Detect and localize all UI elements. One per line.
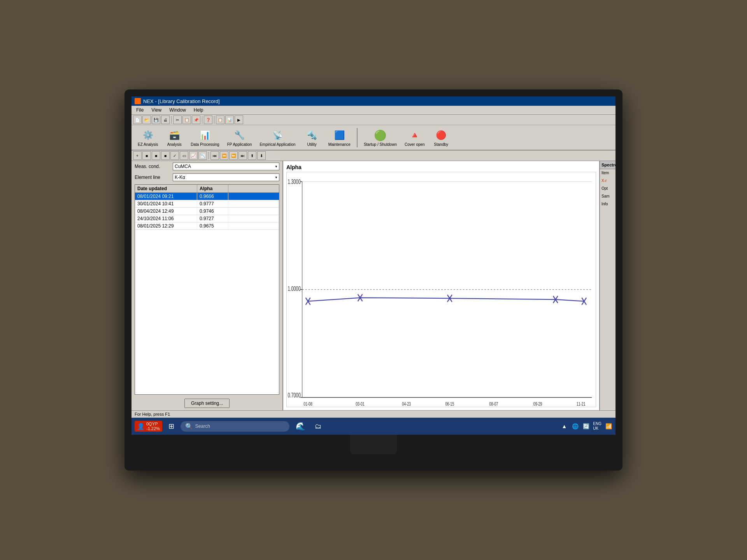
sec-nav-5[interactable]: ⬆ (248, 151, 256, 160)
table-row[interactable]: 08/01/2024 09:21 0.9666 (135, 193, 279, 200)
svg-text:09-29: 09-29 (533, 401, 542, 406)
tb-extra3[interactable]: ▶ (235, 116, 243, 124)
tb-paste[interactable]: 📌 (192, 116, 200, 124)
td-alpha: 0.9746 (197, 208, 228, 215)
tool-cover-label: Cover open (405, 142, 425, 147)
data-processing-icon: 📊 (197, 128, 213, 142)
standby-icon: 🔴 (433, 128, 449, 142)
tb-save[interactable]: 💾 (152, 116, 160, 124)
sec-btn-5[interactable]: ✓ (170, 151, 179, 160)
tool-ez-label: EZ Analysis (138, 142, 158, 147)
language-indicator: ENG UK (593, 422, 601, 431)
chart-title: Alpha (286, 164, 596, 170)
tool-util-label: Utility (307, 142, 316, 147)
tb-open[interactable]: 📂 (142, 116, 151, 124)
refresh-icon[interactable]: 🔄 (582, 422, 590, 430)
sec-btn-1[interactable]: + (133, 151, 142, 160)
tb-help[interactable]: ❓ (204, 116, 212, 124)
meas-cond-wrapper: CuMCA (173, 163, 279, 170)
wifi-icon[interactable]: 📶 (605, 422, 612, 430)
element-line-row: Element line K-Kα (132, 172, 282, 183)
tb-cut[interactable]: ✂ (173, 116, 182, 124)
table-body: 08/01/2024 09:21 0.9666 30/01/2024 10:41… (135, 193, 279, 230)
tool-cover-open[interactable]: 🔺 Cover open (402, 127, 428, 148)
svg-text:01-08: 01-08 (303, 401, 312, 406)
td-alpha: 0.9666 (197, 193, 228, 200)
right-info: Info (600, 200, 615, 208)
window-title: NEX - [Library Calibration Record] (143, 98, 220, 104)
windows-icon: ⊞ (168, 422, 174, 430)
empirical-icon: 📡 (270, 128, 286, 142)
table-row[interactable]: 30/01/2024 10:41 0.9777 (135, 200, 279, 208)
sec-nav-3[interactable]: ⏩ (229, 151, 238, 160)
sec-nav-1[interactable]: ⏮ (210, 151, 219, 160)
table-row[interactable]: 24/10/2024 11:06 0.9727 (135, 215, 279, 222)
sec-nav-4[interactable]: ⏭ (238, 151, 247, 160)
browser-icon[interactable]: 🌊 (293, 420, 309, 432)
tool-standby[interactable]: 🔴 Standby (430, 127, 453, 148)
search-input[interactable] (195, 424, 285, 429)
tb-extra1[interactable]: 📋 (216, 116, 224, 124)
menu-view[interactable]: View (150, 107, 163, 114)
td-alpha: 0.9675 (197, 222, 228, 229)
tool-fp-application[interactable]: 🔧 FP Application (224, 127, 255, 148)
table-row[interactable]: 08/01/2025 12:29 0.9675 (135, 222, 279, 230)
tb-copy[interactable]: 📋 (182, 116, 191, 124)
sec-nav-2[interactable]: ⏪ (220, 151, 228, 160)
tb-extra2[interactable]: 📊 (225, 116, 234, 124)
element-line-wrapper: K-Kα (173, 173, 279, 181)
tool-standby-label: Standby (434, 142, 448, 147)
svg-text:1.0000: 1.0000 (288, 285, 300, 292)
tool-startup-shutdown[interactable]: 🟢 Startup / Shutdown (361, 127, 400, 148)
meas-cond-row: Meas. cond. CuMCA (132, 161, 282, 172)
search-bar[interactable]: 🔍 (181, 421, 289, 432)
calibration-table: Date updated Alpha 08/01/2024 09:21 0.96… (135, 184, 279, 395)
svg-text:03-01: 03-01 (356, 401, 365, 406)
svg-text:0.7000: 0.7000 (288, 392, 300, 399)
search-icon: 🔍 (185, 423, 193, 430)
meas-cond-select[interactable]: CuMCA (173, 163, 279, 170)
ez-analysis-icon: ⚙️ (140, 128, 156, 142)
menu-window[interactable]: Window (168, 107, 188, 114)
sec-nav-6[interactable]: ⬇ (257, 151, 266, 160)
tb-print[interactable]: 🖨 (161, 116, 170, 124)
sep1 (171, 116, 172, 124)
tool-empirical[interactable]: 📡 Empirical Application (256, 127, 298, 148)
sec-sep (209, 152, 209, 159)
tool-analysis[interactable]: 🗃️ Analysis (163, 127, 186, 148)
sec-btn-2[interactable]: ■ (142, 151, 151, 160)
svg-text:04-23: 04-23 (402, 401, 411, 406)
network-icon[interactable]: ▲ (560, 422, 568, 430)
taskbar: 👤 0QYP -1.22% ⊞ 🔍 🌊 🗂 (132, 418, 615, 435)
tool-maint-label: Maintenance (328, 142, 351, 147)
menu-file[interactable]: File (135, 107, 145, 114)
utility-icon: 🔩 (304, 128, 320, 142)
sec-btn-3[interactable]: ■ (152, 151, 160, 160)
tool-utility[interactable]: 🔩 Utility (300, 127, 324, 148)
col-date-header[interactable]: Date updated (135, 185, 197, 192)
sec-btn-6[interactable]: ▭ (180, 151, 188, 160)
table-header: Date updated Alpha (135, 185, 279, 193)
sep2 (202, 116, 202, 124)
col-alpha-header[interactable]: Alpha (197, 185, 228, 192)
sec-btn-8[interactable]: 📉 (198, 151, 207, 160)
td-date: 08/04/2024 12:49 (135, 208, 197, 215)
table-row[interactable]: 08/04/2024 12:49 0.9746 (135, 208, 279, 215)
graph-setting-button[interactable]: Graph setting... (184, 399, 230, 408)
tool-maintenance[interactable]: 🟦 Maintenance (325, 127, 354, 148)
td-date: 30/01/2024 10:41 (135, 200, 197, 207)
td-date: 08/01/2025 12:29 (135, 222, 197, 229)
td-date: 24/10/2024 11:06 (135, 215, 197, 222)
tool-data-processing[interactable]: 📊 Data Processing (188, 127, 222, 148)
tb-new[interactable]: 📄 (133, 116, 142, 124)
sec-btn-4[interactable]: ■ (161, 151, 170, 160)
globe-icon[interactable]: 🌐 (571, 422, 579, 430)
fp-application-icon: 🔧 (231, 128, 248, 142)
sec-btn-7[interactable]: 📈 (189, 151, 198, 160)
tool-ez-analysis[interactable]: ⚙️ EZ Analysis (135, 127, 161, 148)
meas-cond-label: Meas. cond. (135, 164, 170, 169)
start-button[interactable]: ⊞ (165, 420, 177, 432)
file-explorer-icon[interactable]: 🗂 (312, 421, 325, 432)
menu-help[interactable]: Help (192, 107, 205, 114)
element-line-select[interactable]: K-Kα (173, 173, 279, 181)
